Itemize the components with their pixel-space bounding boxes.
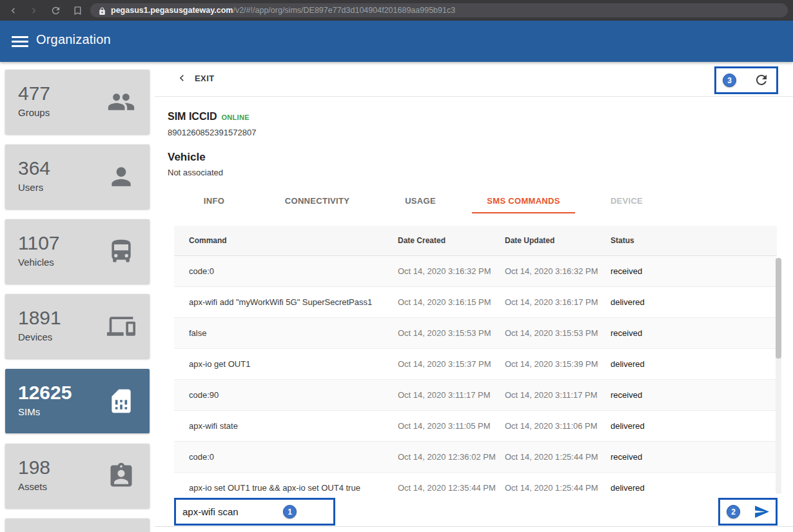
sidebar-card-count: 12625 bbox=[18, 382, 72, 404]
tab-sms-commands[interactable]: SMS COMMANDS bbox=[472, 188, 575, 213]
online-badge: ONLINE bbox=[221, 113, 249, 121]
cell-command: apx-io set OUT1 true && apx-io set OUT4 … bbox=[174, 483, 398, 493]
sidebar-card-label: Groups bbox=[18, 107, 50, 118]
exit-label: EXIT bbox=[195, 74, 215, 83]
sidebar-card-label: Vehicles bbox=[18, 257, 54, 268]
cell-command: false bbox=[174, 328, 398, 338]
tab-label: USAGE bbox=[405, 196, 436, 206]
header-status: Status bbox=[611, 236, 777, 245]
sidebar-card-label: SIMs bbox=[18, 406, 40, 417]
sidebar-card-count: 1891 bbox=[18, 307, 61, 329]
groups-icon bbox=[107, 88, 135, 116]
sim-iccid-heading: SIM ICCIDONLINE bbox=[168, 111, 250, 123]
table-header-row: Command Date Created Date Updated Status bbox=[174, 226, 777, 256]
sidebar-card-label: Devices bbox=[18, 331, 52, 342]
header-command: Command bbox=[174, 236, 398, 245]
table-row[interactable]: code:0 Oct 14, 2020 12:36:02 PM Oct 14, … bbox=[174, 442, 777, 473]
scrollbar-thumb[interactable] bbox=[776, 258, 781, 359]
tab-usage[interactable]: USAGE bbox=[369, 188, 472, 213]
sidebar-item-groups[interactable]: 477 Groups bbox=[5, 70, 150, 134]
sms-commands-table: Command Date Created Date Updated Status… bbox=[174, 226, 777, 504]
cell-date-updated: Oct 14, 2020 3:15:39 PM bbox=[505, 359, 611, 369]
annotation-box-3: 3 bbox=[714, 66, 778, 94]
cell-status: delivered bbox=[611, 297, 777, 307]
table-row[interactable]: code:0 Oct 14, 2020 3:16:32 PM Oct 14, 2… bbox=[174, 256, 777, 287]
cell-status: received bbox=[611, 390, 777, 400]
cell-date-updated: Oct 14, 2020 3:15:53 PM bbox=[505, 328, 611, 338]
sidebar-card-count: 1107 bbox=[18, 232, 60, 254]
tabs-bar: INFO CONNECTIVITY USAGE SMS COMMANDS DEV… bbox=[162, 188, 678, 213]
cell-date-updated: Oct 14, 2020 3:11:17 PM bbox=[505, 390, 611, 400]
header-date-updated: Date Updated bbox=[505, 236, 611, 245]
sidebar-item-vehicles[interactable]: 1107 Vehicles bbox=[5, 219, 150, 284]
sidebar-list: 477 Groups 364 Users 1107 Vehicles 1891 … bbox=[0, 62, 155, 508]
sidebar-item-sims[interactable]: 12625 SIMs bbox=[5, 369, 150, 433]
chevron-left-icon bbox=[175, 72, 188, 84]
devices-icon bbox=[107, 312, 135, 340]
tab-info[interactable]: INFO bbox=[162, 188, 266, 213]
cell-date-updated: Oct 14, 2020 3:16:17 PM bbox=[505, 297, 611, 307]
cell-command: code:0 bbox=[174, 266, 398, 276]
sms-command-input[interactable] bbox=[182, 502, 279, 520]
tab-connectivity[interactable]: CONNECTIVITY bbox=[266, 188, 369, 213]
table-row[interactable]: apx-io get OUT1 Oct 14, 2020 3:15:37 PM … bbox=[174, 349, 777, 380]
send-command-button[interactable] bbox=[754, 504, 770, 520]
cell-date-updated: Oct 14, 2020 3:16:32 PM bbox=[505, 266, 611, 276]
browser-back-icon[interactable] bbox=[8, 5, 19, 16]
browser-forward-icon[interactable] bbox=[28, 5, 39, 16]
refresh-button[interactable] bbox=[754, 72, 769, 88]
sim-card-icon bbox=[107, 387, 135, 415]
cell-date-updated: Oct 14, 2020 1:25:44 PM bbox=[505, 452, 611, 462]
vehicle-icon bbox=[107, 237, 135, 266]
annotation-badge-3: 3 bbox=[723, 74, 736, 87]
sidebar-card-label: Users bbox=[18, 182, 43, 193]
browser-bar: pegasus1.pegasusgateway.com /v2/#!/app/o… bbox=[0, 0, 793, 21]
sim-iccid-value: 8901260852391572807 bbox=[168, 128, 256, 137]
cell-date-created: Oct 14, 2020 3:15:53 PM bbox=[398, 328, 505, 338]
cell-date-created: Oct 14, 2020 3:15:37 PM bbox=[398, 359, 505, 369]
sidebar-card-partial[interactable] bbox=[5, 518, 150, 532]
sidebar-item-users[interactable]: 364 Users bbox=[5, 144, 150, 209]
tab-label: DEVICE bbox=[611, 196, 643, 206]
cell-date-created: Oct 14, 2020 3:11:17 PM bbox=[398, 390, 505, 400]
sidebar-item-assets[interactable]: 198 Assets bbox=[5, 444, 150, 508]
cell-status: received bbox=[611, 266, 777, 276]
annotation-badge-2: 2 bbox=[727, 505, 740, 518]
url-path: /v2/#!/app/org/sims/DE897e77d3d104904f20… bbox=[233, 6, 455, 15]
table-row[interactable]: apx-wifi state Oct 14, 2020 3:11:05 PM O… bbox=[174, 411, 777, 442]
table-scrollbar[interactable] bbox=[776, 258, 781, 494]
tab-label: SMS COMMANDS bbox=[487, 196, 560, 206]
page-title: Organization bbox=[36, 32, 111, 47]
cell-date-created: Oct 14, 2020 3:16:32 PM bbox=[398, 266, 505, 276]
cell-status: received bbox=[611, 452, 777, 462]
main-panel: EXIT SIM ICCIDONLINE 8901260852391572807… bbox=[155, 62, 793, 532]
screen: pegasus1.pegasusgateway.com /v2/#!/app/o… bbox=[0, 0, 793, 532]
exit-row: EXIT bbox=[155, 62, 793, 97]
sidebar-item-devices[interactable]: 1891 Devices bbox=[5, 294, 150, 359]
sidebar-card-count: 198 bbox=[18, 457, 50, 478]
cell-date-created: Oct 14, 2020 12:35:44 PM bbox=[398, 483, 505, 493]
browser-bookmark-icon[interactable] bbox=[72, 5, 83, 16]
cell-date-updated: Oct 14, 2020 3:11:06 PM bbox=[505, 421, 611, 431]
assets-icon bbox=[107, 462, 135, 490]
cell-date-created: Oct 14, 2020 12:36:02 PM bbox=[398, 452, 505, 462]
table-row[interactable]: code:90 Oct 14, 2020 3:11:17 PM Oct 14, … bbox=[174, 380, 777, 411]
menu-icon[interactable] bbox=[12, 34, 28, 49]
cell-date-created: Oct 14, 2020 3:11:05 PM bbox=[398, 421, 505, 431]
annotation-badge-1: 1 bbox=[283, 505, 297, 518]
sim-iccid-title: SIM ICCID bbox=[168, 111, 217, 122]
address-bar[interactable]: pegasus1.pegasusgateway.com /v2/#!/app/o… bbox=[90, 3, 788, 17]
tab-label: INFO bbox=[204, 196, 224, 206]
cell-command: code:0 bbox=[174, 452, 398, 462]
browser-reload-icon[interactable] bbox=[50, 5, 61, 16]
sidebar-card-label: Assets bbox=[18, 481, 47, 492]
sms-table-body: code:0 Oct 14, 2020 3:16:32 PM Oct 14, 2… bbox=[174, 256, 777, 504]
exit-button[interactable]: EXIT bbox=[175, 72, 215, 84]
tab-device: DEVICE bbox=[575, 188, 678, 213]
table-row[interactable]: false Oct 14, 2020 3:15:53 PM Oct 14, 20… bbox=[174, 318, 777, 349]
cell-command: apx-io get OUT1 bbox=[174, 359, 398, 369]
lock-icon bbox=[98, 6, 106, 15]
table-row[interactable]: apx-wifi add "myWorkWifi 5G" SuperSecret… bbox=[174, 287, 777, 318]
cell-date-created: Oct 14, 2020 3:16:15 PM bbox=[398, 297, 505, 307]
sidebar-card-count: 364 bbox=[18, 157, 50, 179]
